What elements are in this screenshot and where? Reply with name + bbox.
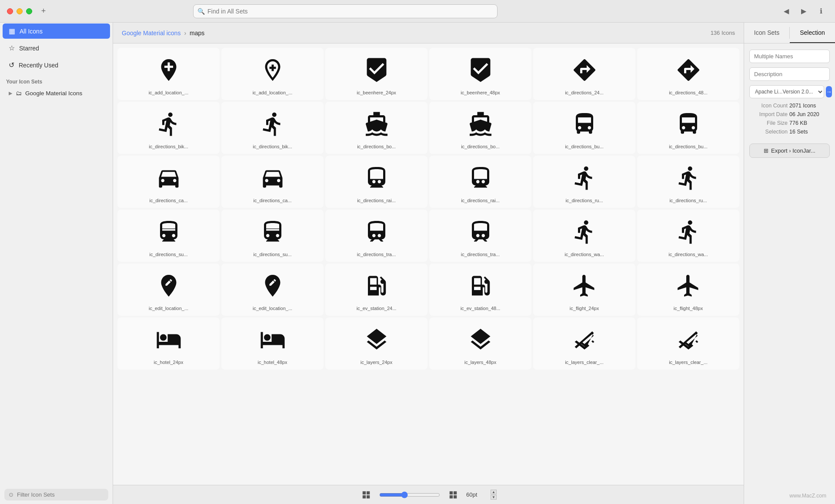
license-arrow-button[interactable]: → [826, 86, 832, 97]
license-select[interactable]: Apache Li...Version 2.0... [749, 85, 824, 98]
svg-rect-1 [367, 491, 370, 494]
search-input[interactable] [193, 4, 498, 18]
icon-cell[interactable]: ic_layers_clear_... [637, 317, 739, 370]
description-input[interactable] [749, 67, 830, 81]
icon-label: ic_directions_su... [149, 252, 187, 257]
icon-label: ic_directions_48... [669, 90, 708, 95]
icon-cell[interactable]: ic_directions_tra... [429, 210, 531, 262]
icon-cell[interactable]: ic_directions_wa... [533, 210, 635, 262]
icon-count: 136 Icons [711, 30, 735, 36]
zoom-slider[interactable] [379, 491, 440, 498]
icon-cell[interactable]: ic_directions_su... [117, 210, 220, 262]
icon-cell[interactable]: ic_directions_ca... [221, 156, 324, 208]
search-bar: 🔍 [193, 4, 498, 18]
sidebar-item-google-material[interactable]: ▶ 🗂 Google Material Icons [3, 87, 110, 100]
info-button[interactable]: ℹ [814, 4, 828, 18]
icon-cell[interactable]: ic_directions_24... [533, 48, 635, 100]
export-label: Export › IconJar... [771, 147, 815, 154]
file-size-key: File Size [749, 120, 788, 126]
sidebar-bottom: ⊙ [0, 485, 113, 504]
icon-cell[interactable]: ic_add_location_... [221, 48, 324, 100]
icon-cell[interactable]: ic_directions_wa... [637, 210, 739, 262]
icon-svg-wrap [329, 269, 424, 302]
icon-svg-wrap [121, 269, 216, 302]
icon-cell[interactable]: ic_directions_bo... [325, 102, 428, 154]
icon-cell[interactable]: ic_layers_clear_... [533, 317, 635, 370]
icon-label: ic_directions_bik... [253, 144, 292, 149]
export-icon: ⊞ [764, 147, 768, 154]
icon-label: ic_directions_tra... [461, 252, 500, 257]
icon-label: ic_directions_bo... [461, 144, 500, 149]
new-tab-button[interactable]: + [37, 5, 50, 17]
icon-svg-wrap [433, 215, 528, 248]
minimize-button[interactable] [17, 8, 23, 14]
icon-cell[interactable]: ic_hotel_24px [117, 317, 220, 370]
meta-row-selection: Selection 16 Sets [749, 129, 830, 135]
icon-label: ic_add_location_... [253, 90, 293, 95]
icon-label: ic_flight_24px [570, 306, 599, 311]
icon-cell[interactable]: ic_flight_24px [533, 264, 635, 316]
icon-cell[interactable]: ic_directions_bu... [533, 102, 635, 154]
breadcrumb-link-google-material[interactable]: Google Material icons [122, 30, 180, 37]
icon-cell[interactable]: ic_ev_station_48... [429, 264, 531, 316]
icon-svg-wrap [225, 107, 320, 140]
close-button[interactable] [7, 8, 13, 14]
back-button[interactable]: ◀ [779, 4, 793, 18]
list-view-button[interactable] [447, 489, 459, 501]
icon-label: ic_hotel_24px [154, 360, 184, 365]
right-panel-tabs: Icon Sets Selection [744, 23, 835, 43]
icon-cell[interactable]: ic_flight_48px [637, 264, 739, 316]
multiple-names-input[interactable] [749, 50, 830, 63]
icon-cell[interactable]: ic_directions_bu... [637, 102, 739, 154]
icon-svg-wrap [225, 215, 320, 248]
tab-icon-sets[interactable]: Icon Sets [744, 23, 789, 43]
icon-cell[interactable]: ic_directions_su... [221, 210, 324, 262]
svg-rect-5 [454, 491, 457, 494]
zoom-up-button[interactable]: ▲ [491, 490, 497, 494]
icon-cell[interactable]: ic_directions_rai... [325, 156, 428, 208]
icon-cell[interactable]: ic_directions_tra... [325, 210, 428, 262]
icon-svg-wrap [537, 53, 631, 87]
icon-cell[interactable]: ic_directions_ru... [637, 156, 739, 208]
icon-svg-wrap [225, 269, 320, 302]
right-panel: Icon Sets Selection Apache Li...Version … [744, 23, 835, 504]
icon-cell[interactable]: ic_directions_ru... [533, 156, 635, 208]
icon-cell[interactable]: ic_directions_ca... [117, 156, 220, 208]
meta-section: Icon Count 2071 Icons Import Date 06 Jun… [749, 103, 830, 135]
icon-cell[interactable]: ic_edit_location_... [117, 264, 220, 316]
icon-label: ic_layers_clear_... [669, 360, 708, 365]
forward-button[interactable]: ▶ [797, 4, 811, 18]
grid-view-button[interactable] [360, 489, 372, 501]
icon-label: ic_layers_clear_... [565, 360, 604, 365]
icon-label: ic_add_location_... [149, 90, 189, 95]
icon-label: ic_directions_bu... [565, 144, 604, 149]
sidebar-item-recently-used[interactable]: ↺ Recently Used [3, 57, 110, 73]
icon-label: ic_beenhere_24px [357, 90, 396, 95]
zoom-down-button[interactable]: ▼ [491, 495, 497, 500]
maximize-button[interactable] [26, 8, 32, 14]
icon-svg-wrap [433, 161, 528, 194]
icon-cell[interactable]: ic_directions_bik... [117, 102, 220, 154]
sidebar-item-all-icons[interactable]: ▦ All Icons [3, 23, 110, 39]
tab-selection[interactable]: Selection [790, 23, 835, 43]
icon-cell[interactable]: ic_beenhere_48px [429, 48, 531, 100]
icon-cell[interactable]: ic_directions_rai... [429, 156, 531, 208]
icon-cell[interactable]: ic_directions_bik... [221, 102, 324, 154]
icon-svg-wrap [225, 161, 320, 194]
icon-label: ic_directions_ca... [149, 198, 187, 203]
sidebar-item-starred[interactable]: ☆ Starred [3, 40, 110, 56]
icon-cell[interactable]: ic_add_location_... [117, 48, 220, 100]
icon-cell[interactable]: ic_directions_bo... [429, 102, 531, 154]
icon-cell[interactable]: ic_beenhere_24px [325, 48, 428, 100]
icon-cell[interactable]: ic_edit_location_... [221, 264, 324, 316]
icon-cell[interactable]: ic_layers_48px [429, 317, 531, 370]
icon-label: ic_directions_24... [565, 90, 604, 95]
icon-cell[interactable]: ic_ev_station_24... [325, 264, 428, 316]
icon-cell[interactable]: ic_directions_48... [637, 48, 739, 100]
icon-cell[interactable]: ic_hotel_48px [221, 317, 324, 370]
icon-label: ic_layers_48px [464, 360, 496, 365]
icon-cell[interactable]: ic_layers_24px [325, 317, 428, 370]
icon-count-value: 2071 Icons [789, 103, 816, 109]
filter-input[interactable] [17, 491, 104, 498]
export-button[interactable]: ⊞ Export › IconJar... [749, 144, 830, 158]
